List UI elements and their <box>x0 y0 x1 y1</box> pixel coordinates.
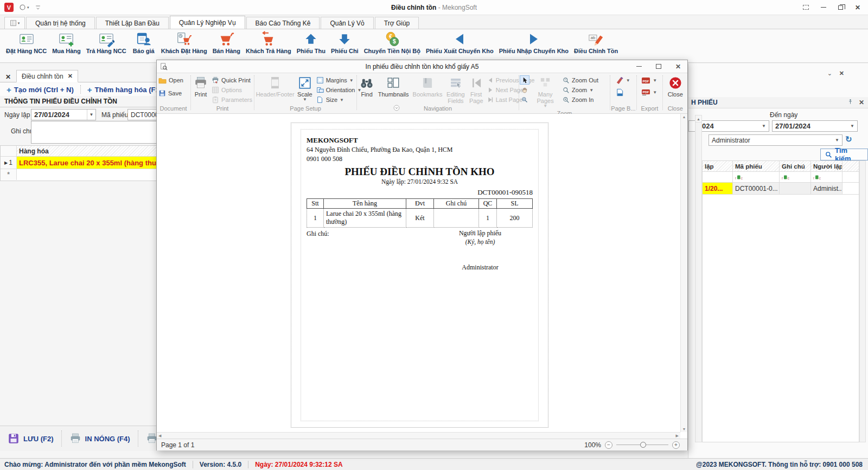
pin-icon[interactable] <box>847 99 853 106</box>
toolbar-phieu-xuat-ck[interactable]: Phiếu Xuất Chuyển Kho <box>423 31 496 55</box>
toolbar-phieu-nhap-ck[interactable]: Phiếu Nhập Chuyển Kho <box>496 31 571 55</box>
minimize-icon[interactable] <box>821 7 826 8</box>
note-input[interactable] <box>31 121 167 144</box>
fullscreen-icon[interactable] <box>803 5 809 10</box>
size-button[interactable]: Size▼ <box>315 95 363 105</box>
preview-horizontal-scrollbar[interactable]: ◀▶ <box>157 432 680 439</box>
zoom-plus-button[interactable]: + <box>672 441 680 449</box>
refresh-icon[interactable]: ↻ <box>845 134 852 144</box>
zoom-out-button[interactable]: Zoom Out <box>561 75 600 85</box>
close-icon[interactable]: ✕ <box>855 4 860 11</box>
menu-tab-setup[interactable]: Thiết Lập Ban Đầu <box>96 17 169 29</box>
panel-close-icon[interactable]: ✕ <box>839 70 844 77</box>
save-button[interactable]: LƯU (F2) <box>0 426 61 451</box>
watermark-button[interactable]: ▼ <box>614 75 632 85</box>
menu-tab-reports[interactable]: Báo Cáo Thống Kê <box>246 17 320 29</box>
find-button[interactable]: Find <box>358 75 376 99</box>
filter-cell[interactable]: rc <box>811 172 843 182</box>
print-hot-button[interactable]: IN NÓNG (F4) <box>62 426 138 451</box>
restore-icon[interactable] <box>838 5 843 10</box>
thumbnails-button[interactable]: Thumbnails <box>376 75 411 99</box>
to-date-combo[interactable]: 27/01/2024 ▼ <box>772 120 858 132</box>
chevron-down-icon[interactable]: ▼ <box>847 124 857 128</box>
menu-tab-system[interactable]: Quản trị hệ thống <box>26 17 95 29</box>
panel-x-icon[interactable]: ✕ <box>859 99 864 106</box>
result-cell-creator[interactable]: Administ... <box>811 183 843 194</box>
col-header-ma-phieu[interactable]: Mã phiếu <box>733 161 780 171</box>
menu-tab-operations[interactable]: Quản Lý Nghiệp Vụ <box>170 16 245 29</box>
scale-button[interactable]: Scale ▼ <box>295 75 315 104</box>
toolbar-dat-hang-ncc[interactable]: Đặt Hàng NCC <box>3 31 49 55</box>
toolbar-bao-gia[interactable]: Báo giá <box>129 31 158 55</box>
close-all-tabs-icon[interactable]: ✕ <box>5 73 11 81</box>
quick-menu-icon[interactable] <box>35 4 41 11</box>
magnifier-tool-button[interactable] <box>520 95 529 104</box>
preview-minimize-icon[interactable] <box>636 66 642 67</box>
margins-button[interactable]: Margins▼ <box>315 75 363 85</box>
zoom-button[interactable]: Zoom▼ <box>561 85 600 95</box>
toolbar-mua-hang[interactable]: Mua Hàng <box>49 31 84 55</box>
zoom-slider-thumb[interactable] <box>640 442 646 448</box>
main-menu-button[interactable]: ▾ <box>4 17 25 29</box>
print-button[interactable]: Print <box>192 75 210 99</box>
preview-close-icon[interactable]: ✕ <box>675 63 681 70</box>
panel-collapse-icon[interactable]: ⌄ <box>827 70 832 77</box>
col-header-ngay-lap[interactable]: lập <box>703 161 733 171</box>
col-header-ghi-chu[interactable]: Ghi chú <box>780 161 811 171</box>
chevron-down-icon[interactable]: ▼ <box>759 124 769 128</box>
toolbar-phieu-chi[interactable]: Phiếu Chi <box>328 31 361 55</box>
scale-icon <box>298 76 312 90</box>
app-logo-icon[interactable]: V <box>4 3 14 12</box>
result-cell-note[interactable] <box>780 183 811 194</box>
doc-tab-dieu-chinh-ton[interactable]: Điều chỉnh tồn ✕ <box>16 70 78 82</box>
search-button[interactable]: Tìm kiếm <box>820 149 868 160</box>
quick-print-button[interactable]: Quick Print <box>210 75 254 85</box>
preview-vertical-scrollbar[interactable]: ▲▼ <box>680 114 687 432</box>
result-cell-code[interactable]: DCT00001-0... <box>733 183 780 194</box>
toolbar-ban-hang[interactable]: Bán Hàng <box>210 31 243 55</box>
goods-column-header[interactable]: Hàng hóa <box>17 146 162 156</box>
page-color-button[interactable] <box>614 87 626 97</box>
col-header-nguoi-lap[interactable]: Người lập <box>811 161 843 171</box>
toolbar-dieu-chinh-ton[interactable]: ab Điều Chỉnh Tồn <box>571 31 621 55</box>
filter-cell[interactable] <box>703 172 733 182</box>
grid-vertical-scrollbar[interactable] <box>859 160 866 442</box>
signer-name: Administrator <box>442 263 518 272</box>
vertical-scrollbar[interactable]: ▲ <box>695 115 702 442</box>
scroll-up-icon[interactable]: ▲ <box>695 115 701 123</box>
save-button[interactable]: Save <box>157 88 185 98</box>
pointer-tool-button[interactable] <box>520 75 529 85</box>
tab-close-icon[interactable]: ✕ <box>68 73 73 80</box>
open-button[interactable]: Open <box>157 75 185 85</box>
chevron-down-icon[interactable]: ▼ <box>87 110 95 120</box>
preview-canvas[interactable]: MEKONGSOFT 64 Nguyễn Đình Chiểu, Phường … <box>157 114 680 432</box>
zoom-minus-button[interactable]: − <box>605 441 612 449</box>
profile-menu-icon[interactable]: ▾ <box>19 4 29 11</box>
date-picker[interactable]: 27/01/2024 ▼ <box>31 109 96 120</box>
create-new-button[interactable]: + Tạo mới (Ctrl + N) <box>0 85 80 94</box>
toolbar-tra-hang-ncc[interactable]: Trả Hàng NCC <box>84 31 129 55</box>
search-panel: ⌄ ✕ H PHIẾU ✕ Đến ngày 024 ▼ 27/01/2024 … <box>688 63 868 458</box>
goods-new-row-cell[interactable] <box>17 169 162 180</box>
hand-tool-button[interactable] <box>520 85 529 94</box>
export-pdf-button[interactable]: PDF▼ <box>640 75 659 85</box>
send-pdf-button[interactable]: PDF▼ <box>640 87 659 97</box>
filter-cell[interactable]: rc <box>733 172 780 182</box>
user-combo[interactable]: Administrator ▼ <box>709 134 843 146</box>
zoom-slider[interactable] <box>616 442 668 448</box>
goods-row-cell[interactable]: LRC355, Larue chai 20 x 355ml (hàng thu <box>17 157 162 169</box>
zoom-in-button[interactable]: Zoom In <box>561 95 600 105</box>
menu-tab-containers[interactable]: Quản Lý Vỏ <box>321 17 373 29</box>
preview-maximize-icon[interactable] <box>656 64 661 69</box>
preview-close-button[interactable]: Close <box>666 75 685 99</box>
toolbar-chuyen-tien[interactable]: €$ Chuyển Tiền Nội Bộ <box>361 31 423 55</box>
toolbar-khach-tra-hang[interactable]: Khách Trả Hàng <box>243 31 294 55</box>
menu-tab-help[interactable]: Trợ Giúp <box>375 17 419 29</box>
toolbar-phieu-thu[interactable]: Phiếu Thu <box>294 31 328 55</box>
chevron-down-icon[interactable]: ▼ <box>832 138 842 143</box>
result-cell-date[interactable]: 1/20... <box>703 183 733 194</box>
toolbar-khach-dat-hang[interactable]: Khách Đặt Hàng <box>158 31 210 55</box>
svg-text:c: c <box>741 176 743 179</box>
filter-cell[interactable]: rc <box>780 172 811 182</box>
orientation-button[interactable]: Orientation▼ <box>315 85 363 95</box>
